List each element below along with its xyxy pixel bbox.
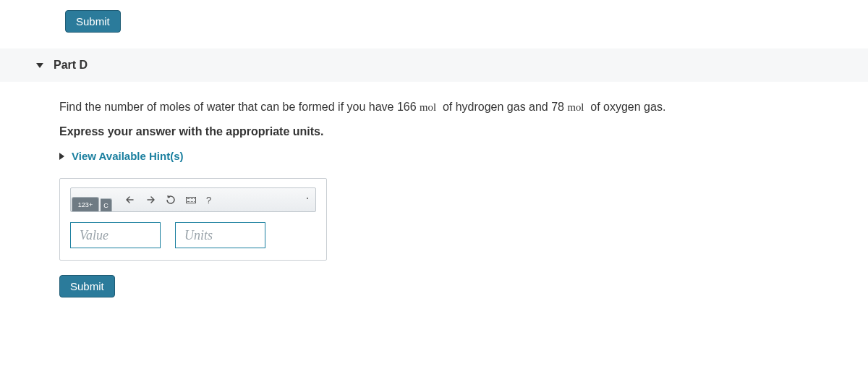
value-input[interactable]: Value bbox=[70, 222, 161, 248]
value-2: 78 bbox=[551, 101, 564, 113]
unit-1: mol bbox=[420, 101, 436, 113]
caret-right-icon bbox=[59, 153, 64, 160]
answer-toolbar: 123+ C ? bbox=[70, 187, 316, 212]
question-fragment: of oxygen gas. bbox=[590, 101, 665, 113]
question-text: Find the number of moles of water that c… bbox=[59, 99, 796, 115]
reset-icon[interactable] bbox=[166, 195, 176, 205]
value-1: 166 bbox=[397, 101, 417, 113]
unit-2: mol bbox=[567, 101, 584, 113]
submit-button-top[interactable]: Submit bbox=[65, 10, 121, 33]
redo-icon[interactable] bbox=[145, 195, 156, 204]
input-row: Value Units bbox=[70, 222, 316, 248]
symbols-tab[interactable]: C bbox=[101, 198, 112, 211]
caret-down-icon bbox=[36, 63, 43, 68]
svg-point-0 bbox=[307, 198, 308, 199]
part-title: Part D bbox=[54, 59, 88, 72]
undo-icon[interactable] bbox=[125, 195, 135, 204]
instruction-text: Express your answer with the appropriate… bbox=[59, 125, 796, 138]
question-fragment: Find the number of moles of water that c… bbox=[59, 101, 397, 113]
toolbar-tabs: 123+ C bbox=[71, 188, 112, 211]
part-header[interactable]: Part D bbox=[0, 48, 868, 82]
answer-block: 123+ C ? bbox=[59, 178, 327, 261]
help-icon[interactable]: ? bbox=[206, 195, 211, 206]
templates-tab[interactable]: 123+ bbox=[72, 197, 99, 211]
submit-button-bottom[interactable]: Submit bbox=[59, 275, 115, 297]
view-hints-toggle[interactable]: View Available Hint(s) bbox=[59, 150, 796, 162]
toolbar-actions: ? bbox=[112, 188, 315, 211]
keyboard-icon[interactable] bbox=[186, 197, 196, 203]
hints-label: View Available Hint(s) bbox=[72, 150, 184, 162]
more-icon[interactable] bbox=[305, 196, 310, 203]
part-content: Find the number of moles of water that c… bbox=[0, 82, 796, 297]
units-input[interactable]: Units bbox=[175, 222, 265, 248]
question-fragment: of hydrogen gas and bbox=[443, 101, 551, 113]
